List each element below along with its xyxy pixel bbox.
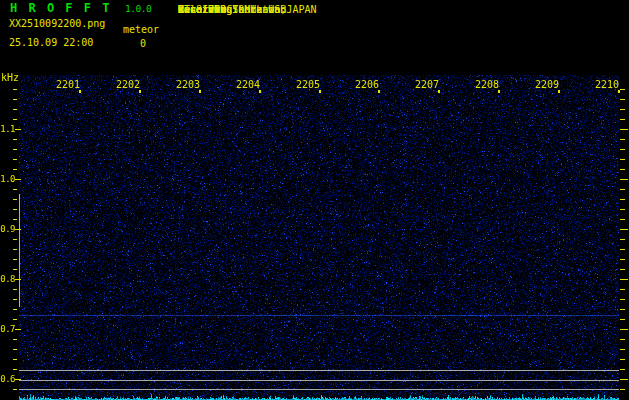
- tick-mark: [79, 90, 81, 93]
- tick-mark: [620, 139, 625, 140]
- tick-mark: [620, 229, 628, 230]
- tick-mark: [13, 309, 17, 310]
- tick-mark: [620, 279, 628, 280]
- tick-mark: [13, 89, 17, 90]
- tick-mark: [620, 369, 625, 370]
- tick-mark: [13, 369, 17, 370]
- tick-mark: [438, 90, 440, 93]
- tick-mark: [13, 109, 17, 110]
- tick-mark: [620, 169, 625, 170]
- tick-mark: [319, 90, 321, 93]
- hrofft-window: H R O F F T 1.0.0 XX2510092200.png meteo…: [0, 0, 629, 400]
- tick-mark: [620, 99, 625, 100]
- tick-mark: [620, 189, 625, 190]
- tick-mark: [15, 129, 21, 130]
- tick-mark: [620, 289, 625, 290]
- tick-mark: [13, 339, 17, 340]
- tick-mark: [13, 189, 17, 190]
- tick-mark: [13, 119, 17, 120]
- tick-mark: [620, 359, 625, 360]
- tick-mark: [620, 379, 628, 380]
- tick-mark: [618, 90, 620, 93]
- tick-mark: [620, 159, 625, 160]
- tick-mark: [620, 269, 625, 270]
- tick-mark: [13, 319, 17, 320]
- tick-mark: [13, 199, 17, 200]
- tick-mark: [139, 90, 141, 93]
- tick-mark: [498, 90, 500, 93]
- tick-mark: [620, 249, 625, 250]
- tick-mark: [620, 129, 628, 130]
- tick-mark: [620, 329, 628, 330]
- tick-mark: [13, 359, 17, 360]
- tick-mark: [15, 229, 21, 230]
- tick-mark: [620, 199, 625, 200]
- tick-mark: [15, 329, 21, 330]
- tick-mark: [199, 90, 201, 93]
- tick-mark: [620, 259, 625, 260]
- tick-mark: [378, 90, 380, 93]
- tick-mark: [620, 179, 628, 180]
- tick-mark: [620, 149, 625, 150]
- tick-mark: [620, 349, 625, 350]
- tick-mark: [15, 379, 21, 380]
- tick-mark: [620, 299, 625, 300]
- tick-mark: [259, 90, 261, 93]
- tick-mark: [13, 349, 17, 350]
- axis-tick-marks: [0, 0, 629, 400]
- tick-mark: [558, 90, 560, 93]
- tick-mark: [620, 109, 625, 110]
- tick-mark: [15, 279, 21, 280]
- tick-mark: [13, 299, 17, 300]
- tick-mark: [620, 209, 625, 210]
- tick-mark: [13, 159, 17, 160]
- tick-mark: [13, 139, 17, 140]
- tick-mark: [620, 319, 625, 320]
- tick-mark: [13, 169, 17, 170]
- tick-mark: [13, 269, 17, 270]
- tick-mark: [620, 89, 625, 90]
- tick-mark: [13, 259, 17, 260]
- tick-mark: [13, 149, 17, 150]
- tick-mark: [13, 249, 17, 250]
- tick-mark: [620, 239, 625, 240]
- tick-mark: [620, 339, 625, 340]
- tick-mark: [620, 119, 625, 120]
- tick-mark: [13, 209, 17, 210]
- tick-mark: [13, 289, 17, 290]
- tick-mark: [13, 389, 17, 390]
- tick-mark: [13, 219, 17, 220]
- tick-mark: [15, 179, 21, 180]
- tick-mark: [13, 239, 17, 240]
- tick-mark: [620, 389, 625, 390]
- tick-mark: [13, 99, 17, 100]
- tick-mark: [620, 309, 625, 310]
- tick-mark: [620, 219, 625, 220]
